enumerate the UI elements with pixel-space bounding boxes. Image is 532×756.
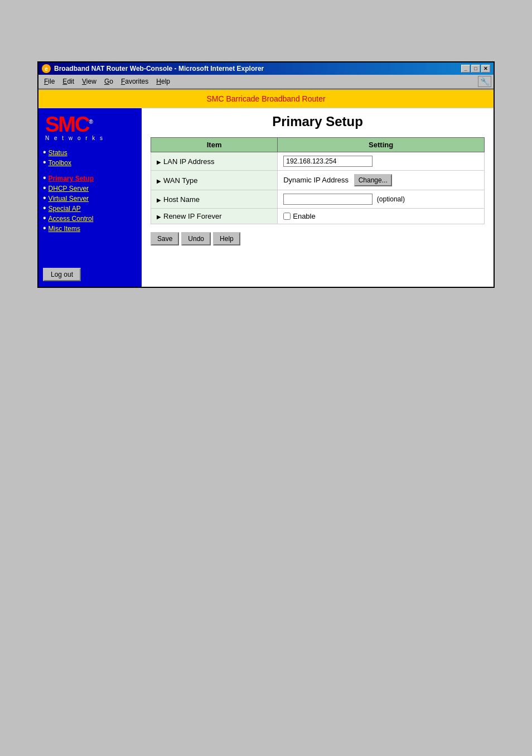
table-row-wan-type: ▶WAN Type Dynamic IP Address Change... <box>151 171 485 190</box>
nav-item-access-control: • Access Control <box>43 214 137 223</box>
sidebar: SMC® N e t w o r k s • Status • Toolbox <box>38 108 142 287</box>
nav-link-status[interactable]: Status <box>49 149 67 157</box>
nav-item-primary-setup: • Primary Setup <box>43 174 137 182</box>
optional-label: (optional) <box>377 195 405 203</box>
nav-link-access-control[interactable]: Access Control <box>49 215 94 223</box>
action-buttons: Save Undo Help <box>151 232 485 245</box>
arrow-wan-type: ▶ <box>157 178 161 184</box>
enable-checkbox-container: Enable <box>283 212 478 220</box>
lan-ip-input[interactable] <box>283 156 373 167</box>
setting-wan-type: Dynamic IP Address Change... <box>278 171 485 190</box>
host-name-input[interactable] <box>283 194 373 205</box>
bullet-misc-items: • <box>43 224 46 233</box>
item-lan-ip: ▶LAN IP Address <box>151 152 278 171</box>
nav-link-dhcp-server[interactable]: DHCP Server <box>49 185 89 192</box>
menu-items: File Edit View Go Favorites Help <box>41 76 173 86</box>
wan-change-button[interactable]: Change... <box>354 174 392 186</box>
restore-button[interactable]: □ <box>471 65 480 73</box>
nav-item-dhcp-server: • DHCP Server <box>43 184 137 192</box>
nav-link-special-ap[interactable]: Special AP <box>49 205 81 213</box>
nav-link-misc-items[interactable]: Misc Items <box>49 225 80 233</box>
setting-lan-ip <box>278 152 485 171</box>
browser-icon: e <box>42 64 51 73</box>
col-header-setting: Setting <box>278 138 485 152</box>
bullet-toolbox: • <box>43 158 46 167</box>
window-controls[interactable]: _ □ ✕ <box>461 65 490 73</box>
browser-window: e Broadband NAT Router Web-Console - Mic… <box>37 61 495 288</box>
nav-link-toolbox[interactable]: Toolbox <box>49 159 71 167</box>
router-header: SMC Barricade Broadband Router <box>38 90 494 108</box>
item-wan-type: ▶WAN Type <box>151 171 278 190</box>
menu-view[interactable]: View <box>79 76 100 86</box>
undo-button[interactable]: Undo <box>181 232 211 245</box>
logout-button[interactable]: Log out <box>43 268 81 281</box>
arrow-renew-ip: ▶ <box>157 214 161 220</box>
nav-spacer-1 <box>43 168 137 172</box>
menu-edit[interactable]: Edit <box>59 76 78 86</box>
content-area: SMC Barricade Broadband Router SMC® N e … <box>38 89 494 287</box>
item-host-name: ▶Host Name <box>151 190 278 209</box>
save-button[interactable]: Save <box>151 232 179 245</box>
titlebar-left: e Broadband NAT Router Web-Console - Mic… <box>42 64 264 73</box>
brand-name: SMC Barricade Broadband Router <box>206 94 325 103</box>
table-row-lan-ip: ▶LAN IP Address <box>151 152 485 171</box>
bullet-status: • <box>43 148 46 157</box>
minimize-button[interactable]: _ <box>461 65 470 73</box>
setting-renew-ip: Enable <box>278 209 485 224</box>
help-button[interactable]: Help <box>213 232 240 245</box>
ie-toolbar-icon: 🔧 <box>478 76 491 87</box>
page-title: Primary Setup <box>151 114 485 129</box>
desktop: e Broadband NAT Router Web-Console - Mic… <box>0 0 532 756</box>
bullet-dhcp-server: • <box>43 184 46 192</box>
nav-item-special-ap: • Special AP <box>43 204 137 213</box>
menu-favorites[interactable]: Favorites <box>118 76 152 86</box>
window-title: Broadband NAT Router Web-Console - Micro… <box>54 65 264 73</box>
close-button[interactable]: ✕ <box>481 65 490 73</box>
smc-networks-text: N e t w o r k s <box>45 135 137 141</box>
nav-item-status: • Status <box>43 148 137 157</box>
smc-logo: SMC® N e t w o r k s <box>43 114 137 141</box>
main-layout: SMC® N e t w o r k s • Status • Toolbox <box>38 108 494 287</box>
settings-table: Item Setting ▶LAN IP Address <box>151 137 485 224</box>
menu-help[interactable]: Help <box>153 76 173 86</box>
menu-file[interactable]: File <box>41 76 58 86</box>
menu-go[interactable]: Go <box>101 76 117 86</box>
wan-type-value: Dynamic IP Address <box>283 176 349 184</box>
nav-link-virtual-server[interactable]: Virtual Server <box>49 195 89 203</box>
item-renew-ip: ▶Renew IP Forever <box>151 209 278 224</box>
col-header-item: Item <box>151 138 278 152</box>
enable-label: Enable <box>293 212 315 220</box>
nav-item-virtual-server: • Virtual Server <box>43 194 137 203</box>
renew-ip-checkbox[interactable] <box>283 213 291 220</box>
smc-logo-text: SMC® <box>45 114 137 135</box>
trademark-symbol: ® <box>89 119 91 125</box>
arrow-lan-ip: ▶ <box>157 159 161 165</box>
titlebar: e Broadband NAT Router Web-Console - Mic… <box>38 62 494 75</box>
nav-list: • Status • Toolbox • Primary Setup <box>43 148 137 261</box>
nav-item-toolbox: • Toolbox <box>43 158 137 167</box>
bullet-virtual-server: • <box>43 194 46 203</box>
bullet-primary-setup: • <box>43 174 46 182</box>
bullet-access-control: • <box>43 214 46 223</box>
setting-host-name: (optional) <box>278 190 485 209</box>
nav-link-primary-setup[interactable]: Primary Setup <box>49 175 94 182</box>
nav-item-misc-items: • Misc Items <box>43 224 137 233</box>
bullet-special-ap: • <box>43 204 46 213</box>
table-row-renew-ip: ▶Renew IP Forever Enable <box>151 209 485 224</box>
main-content-area: Primary Setup Item Setting <box>142 108 494 287</box>
table-row-host-name: ▶Host Name (optional) <box>151 190 485 209</box>
menubar: File Edit View Go Favorites Help 🔧 <box>38 75 494 89</box>
arrow-host-name: ▶ <box>157 197 161 203</box>
